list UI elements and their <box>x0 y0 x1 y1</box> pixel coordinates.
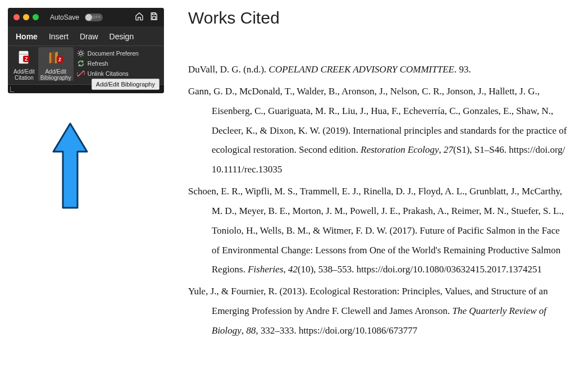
citation-entry: DuVall, D. G. (n.d.). COPELAND CREEK ADV… <box>188 60 570 80</box>
entry-journal: Fisheries <box>248 264 283 275</box>
svg-text:Z: Z <box>25 56 28 62</box>
tab-insert[interactable]: Insert <box>49 32 69 41</box>
svg-line-8 <box>78 71 84 77</box>
entry-text: , <box>439 144 444 155</box>
works-cited-document: Works Cited DuVall, D. G. (n.d.). COPELA… <box>188 8 570 343</box>
unlink-icon <box>77 70 85 78</box>
document-preferences-label: Document Preferen <box>88 50 139 57</box>
entry-text: DuVall, D. G. (n.d.). <box>188 64 269 75</box>
entry-volume: 27 <box>444 144 453 155</box>
refresh-button[interactable]: Refresh <box>77 60 139 67</box>
document-preferences-button[interactable]: Document Preferen <box>77 49 139 57</box>
bibliography-tooltip: Add/Edit Bibliography <box>92 79 159 90</box>
refresh-icon <box>77 60 85 67</box>
entry-volume: 42 <box>288 264 298 275</box>
minimize-window-button[interactable] <box>23 14 29 20</box>
entry-text: , <box>284 264 289 275</box>
citation-entry: Yule, J., & Fournier, R. (2013). Ecologi… <box>188 282 570 341</box>
entry-title: COPELAND CREEK ADVISORY COMMITTEE <box>269 64 454 75</box>
entry-journal: Restoration Ecology <box>360 144 439 155</box>
svg-rect-1 <box>152 17 156 20</box>
ribbon-small-actions: Document Preferen Refresh Unlink Citatio… <box>75 47 140 81</box>
document-ruler-strip: Add/Edit Bibliography <box>8 84 164 93</box>
unlink-citations-label: Unlink Citations <box>88 70 129 77</box>
entry-text: . 93. <box>454 64 471 75</box>
entry-text: (10), 538–553. <box>298 264 357 275</box>
citation-entry: Gann, G. D., McDonald, T., Walder, B., A… <box>188 82 570 180</box>
save-icon[interactable] <box>149 12 158 22</box>
svg-point-7 <box>79 52 82 54</box>
autosave-toggle-state: OFF <box>93 15 102 19</box>
add-edit-citation-label-1: Add/Edit <box>13 69 35 75</box>
close-window-button[interactable] <box>13 14 20 20</box>
entry-volume: 88 <box>246 325 255 336</box>
titlebar-icons <box>135 12 158 22</box>
entry-text: (S1), S1–S46. <box>453 144 509 155</box>
citation-entry: Schoen, E. R., Wipfli, M. S., Trammell, … <box>188 182 570 280</box>
autosave-label: AutoSave <box>50 13 79 21</box>
callout-arrow <box>51 121 90 211</box>
add-edit-citation-button[interactable]: Z Add/Edit Citation <box>11 47 37 81</box>
page-title: Works Cited <box>188 8 570 28</box>
entry-text: , 332–333. <box>255 325 299 336</box>
refresh-label: Refresh <box>88 60 108 67</box>
home-icon[interactable] <box>135 12 144 22</box>
fullscreen-window-button[interactable] <box>33 14 39 20</box>
add-edit-bibliography-label-1: Add/Edit <box>45 69 66 75</box>
autosave-toggle-knob <box>85 14 92 21</box>
tab-home[interactable]: Home <box>16 32 38 41</box>
add-edit-bibliography-label-2: Bibliography <box>40 75 71 81</box>
window-controls <box>13 14 39 20</box>
entry-text: Schoen, E. R., Wipfli, M. S., Trammell, … <box>188 186 564 275</box>
word-ribbon-panel: AutoSave OFF Home Insert Draw Design <box>8 8 164 93</box>
unlink-citations-button[interactable]: Unlink Citations <box>77 70 139 78</box>
tab-design[interactable]: Design <box>109 32 134 41</box>
entry-doi: https://doi.org/10.1086/673777 <box>299 325 417 336</box>
autosave-toggle[interactable]: OFF <box>85 13 103 21</box>
add-edit-citation-label-2: Citation <box>15 75 34 81</box>
bibliography-icon: Z <box>46 49 65 66</box>
gear-icon <box>77 49 85 57</box>
svg-text:Z: Z <box>58 57 61 62</box>
ribbon-tabs: Home Insert Draw Design <box>8 26 164 45</box>
add-edit-bibliography-button[interactable]: Z Add/Edit Bibliography <box>38 47 74 81</box>
entry-doi: https://doi.org/10.1080/03632415.2017.13… <box>357 264 542 275</box>
svg-rect-0 <box>152 13 155 15</box>
window-titlebar: AutoSave OFF <box>8 8 164 26</box>
citation-icon: Z <box>15 49 34 66</box>
tab-draw[interactable]: Draw <box>80 32 98 41</box>
